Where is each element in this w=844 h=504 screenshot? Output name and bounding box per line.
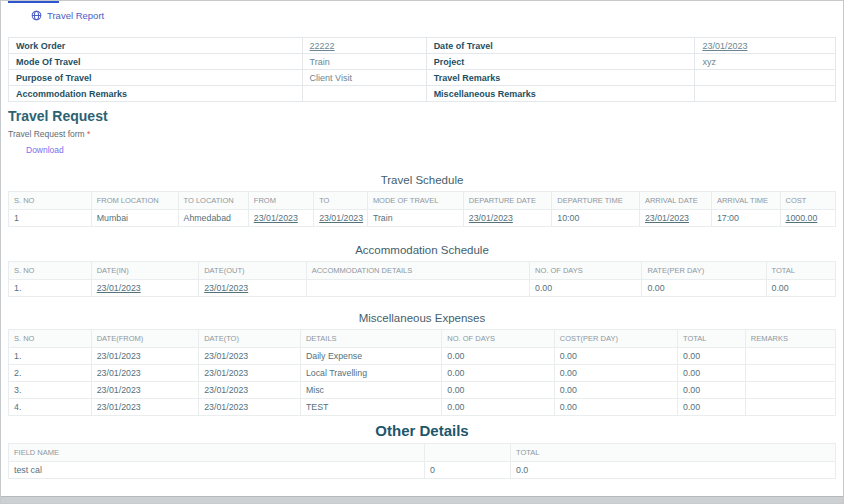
- column-header: DATE(TO): [199, 330, 301, 348]
- table-header-row: FIELD NAME TOTAL: [9, 444, 836, 462]
- column-header: S. NO: [9, 192, 92, 210]
- cell-date-to: 23/01/2023: [199, 365, 301, 382]
- column-header: DEPARTURE DATE: [463, 192, 551, 210]
- travel-schedule-title: Travel Schedule: [8, 174, 836, 186]
- cell-no-of-days: 0.00: [442, 348, 554, 365]
- column-header: FROM LOCATION: [91, 192, 178, 210]
- column-header: COST(PER DAY): [554, 330, 677, 348]
- cell-sno: 4.: [9, 399, 92, 416]
- cell-details: TEST: [300, 399, 441, 416]
- column-header: TO LOCATION: [178, 192, 248, 210]
- column-header: NO. OF DAYS: [529, 262, 641, 280]
- cell-date-out[interactable]: 23/01/2023: [199, 280, 307, 297]
- column-header: DATE(FROM): [91, 330, 199, 348]
- travel-remarks-value: [695, 70, 836, 86]
- cell-departure-date[interactable]: 23/01/2023: [463, 210, 551, 227]
- column-header: REMARKS: [745, 330, 835, 348]
- cell-no-of-days: 0.00: [442, 382, 554, 399]
- table-header-row: S. NO DATE(IN) DATE(OUT) ACCOMMODATION D…: [9, 262, 836, 280]
- table-row: 1 Mumbai Ahmedabad 23/01/2023 23/01/2023…: [9, 210, 836, 227]
- column-header: TOTAL: [678, 330, 746, 348]
- date-of-travel-value[interactable]: 23/01/2023: [695, 38, 836, 54]
- info-row: Mode Of Travel Train Project xyz: [9, 54, 836, 70]
- cell-total: 0.00: [678, 348, 746, 365]
- required-asterisk: *: [87, 129, 90, 139]
- cell-departure-time: 10:00: [552, 210, 640, 227]
- cell-value: 0: [424, 462, 510, 479]
- page-content: Work Order 22222 Date of Travel 23/01/20…: [1, 37, 843, 504]
- info-label: Purpose of Travel: [9, 70, 303, 86]
- table-header-row: S. NO DATE(FROM) DATE(TO) DETAILS NO. OF…: [9, 330, 836, 348]
- cell-cost-per-day: 0.00: [554, 348, 677, 365]
- info-label: Accommodation Remarks: [9, 86, 303, 102]
- form-label-text: Travel Request form: [8, 129, 85, 139]
- cell-cost-per-day: 0.00: [554, 399, 677, 416]
- column-header: FIELD NAME: [9, 444, 425, 462]
- cell-date-from: 23/01/2023: [91, 365, 199, 382]
- cell-to-date[interactable]: 23/01/2023: [314, 210, 368, 227]
- column-header: DATE(IN): [91, 262, 199, 280]
- mode-of-travel-value: Train: [302, 54, 426, 70]
- cell-cost-per-day: 0.00: [554, 382, 677, 399]
- cell-sno: 3.: [9, 382, 92, 399]
- cell-total: 0.0: [510, 462, 835, 479]
- page-header: Travel Report: [1, 1, 843, 26]
- cell-date-in[interactable]: 23/01/2023: [91, 280, 199, 297]
- cell-remarks: [745, 382, 835, 399]
- miscellaneous-expenses-section: Miscellaneous Expenses S. NO DATE(FROM) …: [8, 312, 836, 416]
- cell-details: Misc: [300, 382, 441, 399]
- info-label: Mode Of Travel: [9, 54, 303, 70]
- travel-schedule-table: S. NO FROM LOCATION TO LOCATION FROM TO …: [8, 191, 836, 227]
- column-header: NO. OF DAYS: [442, 330, 554, 348]
- other-details-table: FIELD NAME TOTAL test cal 0 0.0: [8, 443, 836, 479]
- info-label: Date of Travel: [426, 38, 695, 54]
- cell-rate-per-day: 0.00: [642, 280, 766, 297]
- accommodation-schedule-title: Accommodation Schedule: [8, 244, 836, 256]
- cell-remarks: [745, 399, 835, 416]
- info-label: Work Order: [9, 38, 303, 54]
- work-order-value[interactable]: 22222: [302, 38, 426, 54]
- cell-cost[interactable]: 1000.00: [780, 210, 835, 227]
- miscellaneous-expenses-title: Miscellaneous Expenses: [8, 312, 836, 324]
- info-label: Miscellaneous Remarks: [426, 86, 695, 102]
- column-header: DEPARTURE TIME: [552, 192, 640, 210]
- info-row: Work Order 22222 Date of Travel 23/01/20…: [9, 38, 836, 54]
- column-header: ARRIVAL TIME: [711, 192, 780, 210]
- cell-sno: 1.: [9, 280, 92, 297]
- column-header: MODE OF TRAVEL: [367, 192, 463, 210]
- cell-arrival-date[interactable]: 23/01/2023: [639, 210, 711, 227]
- travel-request-title: Travel Request: [8, 108, 836, 124]
- miscellaneous-expenses-table: S. NO DATE(FROM) DATE(TO) DETAILS NO. OF…: [8, 329, 836, 416]
- cell-arrival-time: 17:00: [711, 210, 780, 227]
- travel-request-form-label: Travel Request form *: [8, 129, 836, 139]
- cell-details: Local Travelling: [300, 365, 441, 382]
- page-title[interactable]: Travel Report: [47, 10, 104, 21]
- cell-remarks: [745, 348, 835, 365]
- cell-date-to: 23/01/2023: [199, 399, 301, 416]
- cell-date-from: 23/01/2023: [91, 399, 199, 416]
- cell-sno: 1: [9, 210, 92, 227]
- cell-field-name: test cal: [9, 462, 425, 479]
- cell-from-date[interactable]: 23/01/2023: [248, 210, 313, 227]
- accommodation-schedule-section: Accommodation Schedule S. NO DATE(IN) DA…: [8, 244, 836, 297]
- accommodation-remarks-value: [302, 86, 426, 102]
- download-link[interactable]: Download: [26, 145, 64, 155]
- column-header: FROM: [248, 192, 313, 210]
- column-header: ACCOMMODATION DETAILS: [306, 262, 529, 280]
- travel-report-page: Travel Report Work Order 22222 Date of T…: [0, 0, 844, 504]
- cell-total: 0.00: [766, 280, 836, 297]
- column-header: TO: [314, 192, 368, 210]
- column-header: TOTAL: [510, 444, 835, 462]
- table-header-row: S. NO FROM LOCATION TO LOCATION FROM TO …: [9, 192, 836, 210]
- info-row: Purpose of Travel Client Visit Travel Re…: [9, 70, 836, 86]
- cell-mode-of-travel: Train: [367, 210, 463, 227]
- table-row: 3. 23/01/2023 23/01/2023 Misc 0.00 0.00 …: [9, 382, 836, 399]
- column-header: S. NO: [9, 330, 92, 348]
- travel-info-table: Work Order 22222 Date of Travel 23/01/20…: [8, 37, 836, 102]
- cell-accommodation-details: [306, 280, 529, 297]
- miscellaneous-remarks-value: [695, 86, 836, 102]
- info-label: Travel Remarks: [426, 70, 695, 86]
- table-row: test cal 0 0.0: [9, 462, 836, 479]
- horizontal-scrollbar[interactable]: [1, 496, 843, 503]
- cell-date-to: 23/01/2023: [199, 348, 301, 365]
